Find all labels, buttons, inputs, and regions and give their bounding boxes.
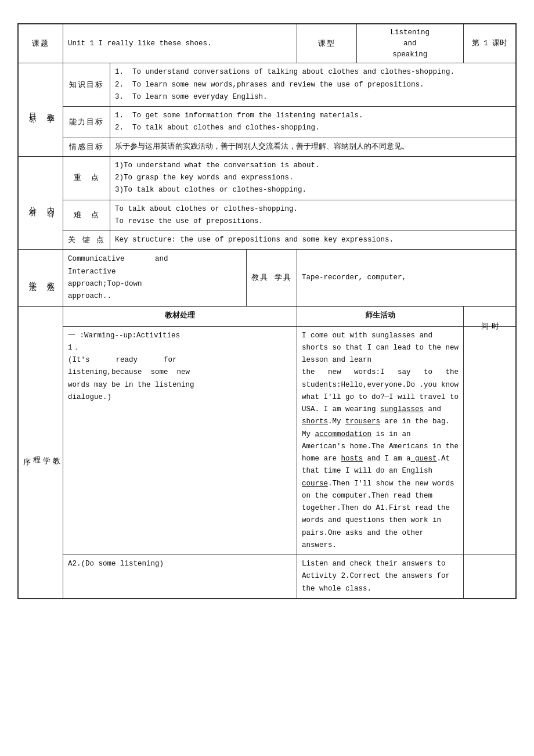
nan-item2: To revise the use of prepositions. bbox=[115, 215, 511, 228]
zhong-label: 重 点 bbox=[63, 156, 110, 200]
sunglasses-underline: sunglasses bbox=[380, 405, 424, 413]
qinggan-label: 情感目标 bbox=[63, 138, 110, 156]
ju-label: 教具 学具 bbox=[247, 250, 297, 307]
guanjian-row: 关 键 点 Key structure: the use of preposit… bbox=[19, 231, 516, 250]
trousers-underline: trousers bbox=[345, 417, 380, 426]
keti-value: Unit 1 I really like these shoes. bbox=[63, 24, 297, 63]
warming-up-title: 一 :Warming--up:Activities1． bbox=[68, 330, 292, 355]
nengli-label: 能力目标 bbox=[63, 107, 110, 138]
guanjian-label: 关 键 点 bbox=[63, 231, 110, 250]
jiafu-row: 教法学法 Communicative andInteractiveapproac… bbox=[19, 250, 516, 307]
guest-underline: guest bbox=[411, 455, 437, 463]
nan-content: To talk about clothes or clothes-shoppin… bbox=[110, 200, 516, 231]
chengxu-right2: Listen and check their answers to Activi… bbox=[297, 555, 463, 599]
shijian-header: 时间 bbox=[464, 307, 516, 326]
ju-text: Tape-recorder, computer, bbox=[297, 250, 515, 307]
zhishi-row: 教学目标 知识目标 1. To understand conversations… bbox=[19, 63, 516, 107]
nengli-item1: 1. To get some information from the list… bbox=[115, 110, 511, 122]
main-table-container: 课题 Unit 1 I really like these shoes. 课型 … bbox=[17, 23, 517, 599]
shijian-row2 bbox=[464, 555, 516, 599]
qinggan-row: 情感目标 乐于参与运用英语的实践活动，善于同别人交流看法，善于理解、容纳别人的不… bbox=[19, 138, 516, 156]
jiafu-label: 教法学法 bbox=[19, 250, 63, 307]
jiaoxue-mubiao-label: 教学目标 bbox=[19, 63, 63, 157]
zhishi-item3: 3. To learn some everyday English. bbox=[115, 91, 511, 103]
chengxu-header-row: 教学程序 教材处理 师生活动 时间 bbox=[19, 307, 516, 326]
warming-up-body: (It's ready forlistening,because some ne… bbox=[68, 354, 292, 404]
nan-label: 难 点 bbox=[63, 200, 110, 231]
nengli-item2: 2. To talk about clothes and clothes-sho… bbox=[115, 122, 511, 134]
chengxu-label: 教学程序 bbox=[19, 307, 63, 599]
chengxu-left1: 一 :Warming--up:Activities1． (It's ready … bbox=[63, 326, 297, 555]
nan-item1: To talk about clothes or clothes-shoppin… bbox=[115, 203, 511, 215]
zhishi-item2: 2. To learn some new words,phrases and r… bbox=[115, 79, 511, 91]
shi-value: 第 1 课时 bbox=[464, 24, 516, 63]
zhishi-item1: 1. To understand conversations of talkin… bbox=[115, 66, 511, 78]
qinggan-content: 乐于参与运用英语的实践活动，善于同别人交流看法，善于理解、容纳别人的不同意见。 bbox=[110, 138, 516, 156]
jiaocai-header: 教材处理 bbox=[63, 307, 297, 326]
chengxu-row2: A2.(Do some listening) Listen and check … bbox=[19, 555, 516, 599]
nengli-row: 能力目标 1. To get some information from the… bbox=[19, 107, 516, 138]
shorts-underline: shorts bbox=[302, 417, 328, 426]
zhishi-label: 知识目标 bbox=[63, 63, 110, 107]
neirong-fenxi-label: 内容分析 bbox=[19, 156, 63, 250]
accommodation-underline: accommodation bbox=[315, 430, 371, 438]
zhong-content: 1)To understand what the conversation is… bbox=[110, 156, 516, 200]
zhong-row: 内容分析 重 点 1)To understand what the conver… bbox=[19, 156, 516, 200]
header-row: 课题 Unit 1 I really like these shoes. 课型 … bbox=[19, 24, 516, 63]
hosts-underline: hosts bbox=[341, 455, 363, 463]
shisheng-header: 师生活动 bbox=[297, 307, 463, 326]
nan-row: 难 点 To talk about clothes or clothes-sho… bbox=[19, 200, 516, 231]
jiao-text: Communicative andInteractiveapproach;Top… bbox=[63, 250, 247, 307]
nengli-content: 1. To get some information from the list… bbox=[110, 107, 516, 138]
ketype-value: Listeningandspeaking bbox=[356, 24, 463, 63]
zhong-item3: 3)To talk about clothes or clothes-shopp… bbox=[115, 184, 511, 196]
zhong-item1: 1)To understand what the conversation is… bbox=[115, 160, 511, 172]
ketype-label: 课型 bbox=[297, 24, 356, 63]
keti-label: 课题 bbox=[19, 24, 63, 63]
course-underline: course bbox=[302, 480, 328, 488]
zhishi-content: 1. To understand conversations of talkin… bbox=[110, 63, 516, 107]
zhong-item2: 2)To grasp the key words and expressions… bbox=[115, 172, 511, 184]
chengxu-left2: A2.(Do some listening) bbox=[63, 555, 297, 599]
shijian-row1 bbox=[464, 326, 516, 555]
chengxu-right1: I come out with sunglasses and shorts so… bbox=[297, 326, 463, 555]
chengxu-row1: 一 :Warming--up:Activities1． (It's ready … bbox=[19, 326, 516, 555]
guanjian-content: Key structure: the use of prepositions a… bbox=[110, 231, 516, 250]
